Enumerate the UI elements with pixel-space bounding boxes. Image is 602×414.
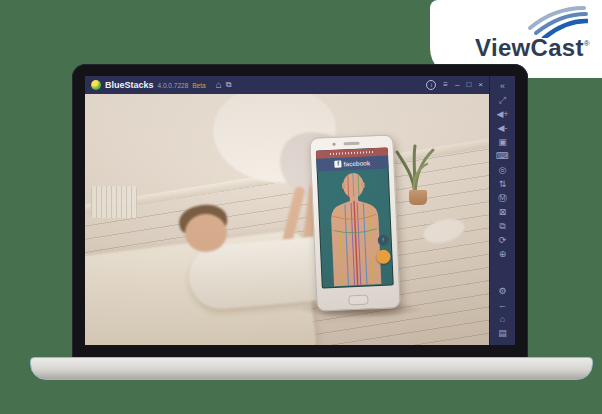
plant-pot	[409, 190, 427, 205]
titlebar[interactable]: BlueStacks 4.0.0.7228 Beta ⌂ ⧉ i ≡ – □ ×	[85, 76, 489, 94]
phone-home-button	[348, 294, 368, 305]
gamepad-icon[interactable]: ⊠	[490, 205, 515, 219]
massage-scene	[85, 94, 489, 345]
therapist-foot	[421, 215, 467, 247]
recents-icon[interactable]: ▤	[490, 326, 515, 340]
back-icon[interactable]: ←	[490, 298, 515, 312]
facebook-icon: f	[335, 161, 342, 168]
marketing-banner: ViewCast® BlueStacks 4.0.0.7228 Beta ⌂ ⧉…	[0, 0, 602, 414]
settings-icon[interactable]: ⚙	[490, 284, 515, 298]
phone-speaker	[343, 142, 359, 146]
macro-icon[interactable]: Ⓜ	[490, 191, 515, 205]
multi-instance-icon[interactable]: ⧉	[226, 81, 232, 89]
multi-window-icon[interactable]: ⧉	[490, 219, 515, 233]
brand-name: ViewCast	[475, 34, 584, 61]
collapse-icon[interactable]: «	[490, 79, 515, 93]
bluestacks-window: BlueStacks 4.0.0.7228 Beta ⌂ ⧉ i ≡ – □ ×…	[85, 76, 515, 345]
acupuncture-figure	[317, 168, 394, 288]
facebook-label: facebook	[344, 159, 371, 167]
install-apk-icon[interactable]: ⊕	[490, 247, 515, 261]
viewcast-wordmark: ViewCast®	[475, 34, 590, 62]
version-label: 4.0.0.7228	[158, 82, 189, 89]
app-video-content: f facebook	[85, 94, 489, 345]
home-tab-icon[interactable]: ⌂	[216, 80, 222, 90]
laptop-base	[30, 357, 593, 380]
plant-icon	[393, 144, 437, 194]
beta-badge: Beta	[192, 82, 205, 89]
keymap-icon[interactable]: ⌨	[490, 149, 515, 163]
registered-mark: ®	[584, 39, 590, 48]
close-button[interactable]: ×	[478, 81, 483, 89]
smartphone: f facebook	[309, 134, 401, 311]
side-toolbar: « ⤢ ◀+ ◀- ▣ ⌨ ◎ ⇅ Ⓜ ⊠ ⧉ ⟳ ⊕ ⚙ ← ⌂ ▤	[489, 76, 515, 345]
minimize-button[interactable]: –	[455, 81, 459, 89]
android-home-icon[interactable]: ⌂	[490, 312, 515, 326]
window-title: BlueStacks	[105, 80, 154, 90]
patient-head	[185, 214, 227, 252]
maximize-button[interactable]: □	[466, 81, 471, 89]
laptop-screen-bezel: BlueStacks 4.0.0.7228 Beta ⌂ ⧉ i ≡ – □ ×…	[72, 64, 528, 358]
location-icon[interactable]: ◎	[490, 163, 515, 177]
volume-down-icon[interactable]: ◀-	[490, 121, 515, 135]
fullscreen-icon[interactable]: ⤢	[490, 93, 515, 107]
bluestacks-logo-icon	[91, 80, 101, 90]
phone-screen: f facebook	[316, 148, 394, 289]
screenshot-icon[interactable]: ▣	[490, 135, 515, 149]
rotate-icon[interactable]: ⟳	[490, 233, 515, 247]
menu-icon[interactable]: ≡	[443, 81, 448, 89]
shake-icon[interactable]: ⇅	[490, 177, 515, 191]
info-icon[interactable]: i	[426, 80, 436, 90]
volume-up-icon[interactable]: ◀+	[490, 107, 515, 121]
phone-camera	[332, 143, 335, 146]
